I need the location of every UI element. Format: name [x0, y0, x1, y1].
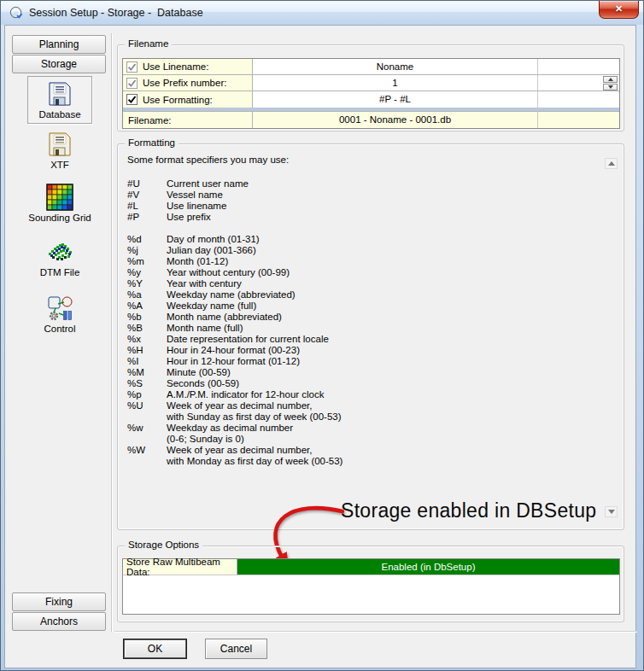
sidebar-item-database[interactable]: Database [27, 76, 92, 124]
specifier-code: #V [127, 190, 167, 201]
specifier-description: Use linename [167, 201, 226, 212]
formatting-group-title: Formatting [125, 137, 179, 148]
sidebar-item-label: Control [44, 324, 75, 334]
specifier-description: Seconds (00-59) [167, 378, 239, 389]
specifier-code: %B [127, 323, 167, 334]
sidebar-button-fixing[interactable]: Fixing [12, 592, 106, 611]
specifier-description: Vessel name [167, 190, 223, 201]
sidebar-items: DatabaseXTFSounding GridDTM FileControl [8, 76, 110, 334]
row-label: Filename: [128, 115, 172, 125]
sidebar-top-buttons: PlanningStorage [8, 35, 110, 73]
specifier-gap [127, 223, 342, 234]
specifier-description: with Sunday as first day of week (00-53) [167, 411, 342, 423]
row-label: Use Linename: [143, 61, 208, 72]
title-bar[interactable]: Session Setup - Storage - Database ✕ [1, 1, 643, 25]
close-icon: ✕ [615, 3, 623, 14]
specifier-line: #LUse linename [127, 201, 342, 212]
specifier-code: #P [127, 212, 167, 223]
specifier-description: Month (01-12) [167, 256, 228, 267]
specifier-description: Hour in 12-hour format (01-12) [167, 356, 300, 367]
scroll-down-icon [608, 510, 615, 514]
sidebar-button-planning[interactable]: Planning [12, 35, 106, 54]
checkbox-use-linename[interactable] [126, 61, 138, 73]
app-icon [9, 6, 23, 20]
specifier-code: %H [127, 345, 167, 356]
specifier-line: %MMinute (00-59) [127, 367, 342, 378]
specifier-list: #UCurrent user name#VVessel name#LUse li… [127, 178, 342, 467]
specifier-description: Weekday as decimal number [167, 423, 293, 434]
footer-divider [114, 631, 637, 633]
row-label-cell: Use Formatting: [123, 91, 253, 108]
prefix-number-stepper[interactable] [603, 76, 618, 90]
specifier-code: %A [127, 300, 167, 312]
spinner-up-button[interactable] [603, 76, 618, 83]
ok-button[interactable]: OK [123, 639, 187, 659]
dtm-file-icon [46, 238, 73, 265]
specifier-code: %Y [127, 278, 167, 289]
row-extra-cell [538, 91, 619, 108]
close-button[interactable]: ✕ [599, 1, 639, 19]
sidebar-item-control[interactable]: Control [27, 295, 92, 334]
storage-options-title: Storage Options [125, 540, 202, 550]
specifier-line: %SSeconds (00-59) [127, 378, 342, 389]
sidebar: PlanningStorage DatabaseXTFSounding Grid… [8, 33, 110, 632]
annotation-text: Storage enabled in DBSetup [341, 499, 596, 522]
filename-result-value: 0001 - Noname - 0001.db [253, 112, 538, 128]
specifier-code: %I [127, 356, 167, 367]
specifier-line: %UWeek of year as decimal number, [127, 400, 342, 411]
spinner-down-button[interactable] [603, 84, 618, 90]
specifier-description: A.M./P.M. indicator for 12-hour clock [167, 389, 325, 400]
specifier-description: (0-6; Sunday is 0) [167, 434, 244, 445]
table-row-use-prefix-number: Use Prefix number:1 [123, 75, 619, 91]
xtf-floppy-yellow-icon [46, 131, 73, 158]
specifier-line: %wWeekday as decimal number [127, 423, 342, 434]
scroll-up-button[interactable] [605, 158, 618, 169]
sidebar-button-anchors[interactable]: Anchors [12, 612, 106, 631]
specifier-line: %dDay of month (01-31) [127, 234, 342, 245]
spinner-down-icon [608, 85, 613, 89]
sidebar-item-xtf[interactable]: XTF [27, 131, 92, 170]
specifier-description: Day of month (01-31) [167, 234, 260, 245]
row-label: Use Prefix number: [143, 78, 226, 88]
checkbox-use-formatting[interactable] [126, 94, 138, 105]
specifier-line: #UCurrent user name [127, 178, 342, 190]
specifier-line: %jJulian day (001-366) [127, 245, 342, 256]
table-row-filename-result: Filename:0001 - Noname - 0001.db [123, 112, 619, 128]
specifier-description: Current user name [167, 178, 249, 190]
row-value-field[interactable]: Noname [253, 59, 538, 74]
row-extra-cell [538, 75, 619, 90]
formatting-group: Formatting Some format specifiers you ma… [117, 143, 624, 530]
store-raw-multibeam-status-badge: Enabled (in DbSetup) [237, 559, 619, 575]
specifier-description: Weekday name (abbreviated) [167, 289, 296, 300]
row-label-cell: Filename: [123, 112, 253, 128]
spinner-up-icon [608, 78, 613, 81]
control-icon [46, 295, 73, 322]
specifier-line: %HHour in 24-hour format (00-23) [127, 345, 342, 356]
specifier-description: Year without century (00-99) [167, 267, 290, 278]
session-setup-dialog: Session Setup - Storage - Database ✕ Pla… [0, 0, 644, 671]
sidebar-button-storage[interactable]: Storage [12, 55, 106, 73]
specifier-line: %xDate representation for current locale [127, 334, 342, 345]
specifier-description: Week of year as decimal number, [167, 445, 312, 456]
window-title: Session Setup - Storage - Database [29, 7, 203, 19]
sidebar-item-sounding-grid[interactable]: Sounding Grid [27, 184, 92, 223]
specifier-line: %pA.M./P.M. indicator for 12-hour clock [127, 389, 342, 400]
filename-table: Use Linename:NonameUse Prefix number:1Us… [122, 58, 620, 129]
scroll-down-button[interactable] [605, 506, 618, 517]
sidebar-item-dtm-file[interactable]: DTM File [27, 238, 92, 277]
sidebar-item-label: Sounding Grid [28, 213, 91, 223]
specifier-description: Use prefix [167, 212, 211, 223]
specifier-code: %a [127, 289, 167, 300]
sidebar-item-label: XTF [50, 160, 69, 170]
specifier-line: %bMonth name (abbreviated) [127, 312, 342, 323]
specifier-code: %j [127, 245, 167, 256]
sounding-grid-icon [46, 184, 73, 211]
row-value-field[interactable]: 1 [253, 75, 538, 90]
specifier-description: Julian day (001-366) [167, 245, 256, 256]
row-value-field[interactable]: #P - #L [253, 91, 538, 108]
sidebar-divider [111, 33, 113, 632]
checkbox-use-prefix-number[interactable] [126, 78, 138, 89]
specifier-code: %b [127, 312, 167, 323]
specifier-line: %BMonth name (full) [127, 323, 342, 334]
cancel-button[interactable]: Cancel [205, 639, 267, 659]
